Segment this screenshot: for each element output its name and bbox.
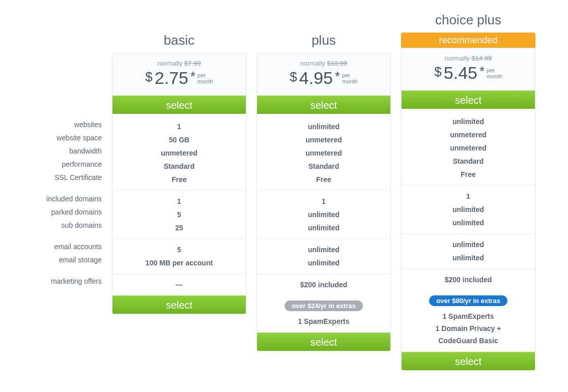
per-month: permonth — [197, 72, 213, 84]
val-parked-domains: 5 — [112, 208, 246, 221]
price-amount: 2.75 — [155, 68, 188, 88]
val-marketing: — — [112, 278, 246, 291]
label-parked-domains: parked domains — [20, 205, 108, 219]
val-email-accounts: 5 — [112, 243, 246, 256]
val-performance: Standard — [112, 160, 246, 173]
val-bandwidth: unmetered — [112, 146, 246, 160]
label-websites: websites — [20, 118, 108, 131]
extras-list: 1 SpamExperts — [257, 315, 390, 333]
plan-title-plus: plus — [257, 33, 391, 53]
normal-price: normally $14.99 — [407, 54, 530, 62]
plan-card-basic: normally $7.99 $ 2.75 * permonth select … — [112, 53, 246, 314]
price-line: $ 2.75 * permonth — [118, 68, 241, 88]
val-parked-domains: unlimited — [257, 208, 390, 221]
val-email-storage: unlimited — [402, 251, 535, 264]
val-included-domains: 1 — [402, 190, 535, 203]
val-performance: Standard — [257, 160, 390, 173]
price-amount: 5.45 — [444, 63, 477, 83]
val-websites: unlimited — [402, 115, 535, 128]
extras-pill: over $24/yr in extras — [285, 300, 363, 311]
extras-pill: over $80/yr in extras — [429, 295, 507, 306]
select-button-top[interactable]: select — [112, 96, 246, 114]
label-website-space: website space — [20, 131, 108, 144]
per-month: permonth — [487, 67, 502, 79]
normal-price: normally $10.99 — [262, 59, 385, 67]
asterisk-icon: * — [335, 69, 340, 84]
plan-basic: basic normally $7.99 $ 2.75 * permonth s… — [112, 12, 246, 371]
label-bandwidth: bandwidth — [20, 144, 108, 158]
extra-item: 1 Domain Privacy + — [407, 322, 530, 335]
select-button-top[interactable]: select — [257, 96, 390, 114]
price-line: $ 4.95 * permonth — [262, 68, 385, 88]
label-performance: performance — [20, 158, 108, 171]
val-websites: 1 — [112, 120, 246, 133]
select-button-bottom[interactable]: select — [257, 333, 390, 351]
val-included-domains: 1 — [112, 195, 246, 208]
val-ssl: Free — [112, 173, 246, 186]
label-marketing-offers: marketing offers — [20, 275, 108, 288]
extra-item: 1 SpamExperts — [262, 315, 385, 327]
val-sub-domains: unlimited — [402, 216, 535, 229]
label-email-storage: email storage — [20, 253, 108, 266]
label-ssl: SSL Certificate — [20, 171, 108, 184]
price-line: $ 5.45 * permonth — [407, 63, 530, 83]
val-marketing: $200 included — [402, 273, 535, 286]
label-email-accounts: email accounts — [20, 240, 108, 253]
asterisk-icon: * — [479, 64, 485, 79]
plan-card-choice-plus: normally $14.99 $ 5.45 * permonth select… — [401, 48, 535, 371]
val-marketing: $200 included — [257, 278, 390, 291]
price-block: normally $7.99 $ 2.75 * permonth — [112, 53, 246, 96]
val-sub-domains: 25 — [112, 221, 246, 234]
features-plus: unlimited unmetered unmetered Standard F… — [257, 114, 390, 295]
plan-title-choice-plus: choice plus — [401, 12, 535, 33]
label-sub-domains: sub domains — [20, 219, 108, 232]
price-block: normally $14.99 $ 5.45 * permonth — [402, 48, 535, 91]
features-choice-plus: unlimited unmetered unmetered Standard F… — [402, 109, 535, 290]
val-website-space: unmetered — [257, 133, 390, 146]
val-email-storage: 100 MB per account — [112, 256, 246, 269]
val-website-space: unmetered — [402, 128, 535, 141]
currency-symbol: $ — [290, 69, 297, 85]
plans-row: basic normally $7.99 $ 2.75 * permonth s… — [108, 12, 548, 371]
normal-price: normally $7.99 — [118, 59, 241, 67]
val-ssl: Free — [257, 173, 390, 186]
val-performance: Standard — [402, 155, 535, 168]
val-sub-domains: unlimited — [257, 221, 390, 234]
asterisk-icon: * — [190, 69, 195, 84]
currency-symbol: $ — [145, 69, 152, 85]
select-button-top[interactable]: select — [402, 91, 535, 109]
price-amount: 4.95 — [299, 68, 333, 88]
plan-plus: plus normally $10.99 $ 4.95 * permonth s… — [257, 12, 391, 371]
extras-list: 1 SpamExperts 1 Domain Privacy + CodeGua… — [402, 310, 535, 352]
price-block: normally $10.99 $ 4.95 * permonth — [257, 53, 390, 96]
val-email-storage: unlimited — [257, 256, 390, 269]
feature-labels: websites website space bandwidth perform… — [20, 12, 108, 292]
val-included-domains: 1 — [257, 195, 390, 208]
val-email-accounts: unlimited — [257, 243, 390, 256]
val-ssl: Free — [402, 168, 535, 181]
label-included-domains: included domains — [20, 192, 108, 205]
plan-choice-plus: choice plus recommended normally $14.99 … — [401, 12, 535, 371]
recommended-badge: recommended — [401, 33, 535, 48]
val-parked-domains: unlimited — [402, 203, 535, 216]
plan-card-plus: normally $10.99 $ 4.95 * permonth select… — [257, 53, 391, 351]
extra-item: 1 SpamExperts — [407, 310, 530, 322]
currency-symbol: $ — [434, 64, 441, 80]
val-email-accounts: unlimited — [402, 238, 535, 251]
pricing-table: websites website space bandwidth perform… — [0, 0, 568, 371]
extra-item: CodeGuard Basic — [407, 335, 530, 347]
val-bandwidth: unmetered — [257, 146, 390, 160]
val-websites: unlimited — [257, 120, 390, 133]
features-basic: 1 50 GB unmetered Standard Free 1 5 25 5… — [112, 114, 246, 295]
val-bandwidth: unmetered — [402, 141, 535, 155]
select-button-bottom[interactable]: select — [112, 295, 246, 314]
val-website-space: 50 GB — [112, 133, 246, 146]
select-button-bottom[interactable]: select — [402, 352, 535, 370]
plan-title-basic: basic — [112, 33, 246, 53]
per-month: permonth — [342, 72, 358, 84]
